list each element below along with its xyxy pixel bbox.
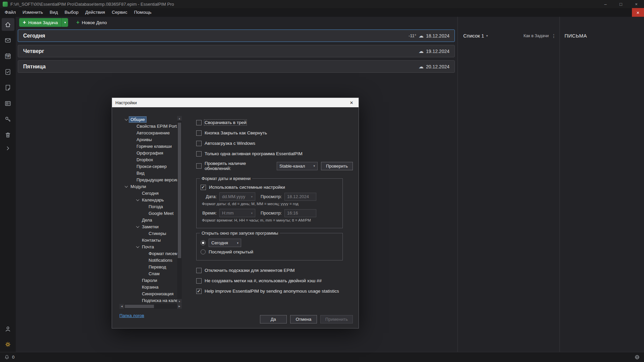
- menubar-close-icon[interactable]: ×: [632, 8, 644, 17]
- list-title[interactable]: Список 1: [463, 33, 484, 39]
- scrollbar-thumb[interactable]: [125, 305, 154, 308]
- scroll-down-icon[interactable]: ▼: [177, 299, 182, 304]
- day-row-today[interactable]: Сегодня -11° ☁ 18.12.2024: [18, 29, 455, 42]
- no-hash-tags-checkbox[interactable]: [196, 278, 202, 284]
- tree-item[interactable]: Контакты: [119, 237, 177, 243]
- chevron-down-icon[interactable]: [123, 185, 129, 188]
- tree-item[interactable]: Горячие клавиши: [119, 143, 177, 149]
- tree-item[interactable]: Погода: [119, 203, 177, 210]
- tree-item[interactable]: Google Meet: [119, 210, 177, 217]
- tree-vertical-scrollbar[interactable]: ▲ ▼: [177, 116, 182, 304]
- option-label[interactable]: Кнопка Закрыть как Свернуть: [205, 130, 267, 135]
- option-label[interactable]: Сворачивать в трей: [205, 120, 246, 125]
- logs-folder-link[interactable]: Папка логов: [119, 313, 144, 318]
- option-label[interactable]: Проверять наличие обновлений:: [205, 161, 273, 171]
- sidebar-item-mail[interactable]: [2, 34, 14, 47]
- date-format-select[interactable]: dd.MM.yyyy ▾: [219, 192, 255, 201]
- chevron-down-icon[interactable]: [135, 199, 140, 201]
- option-label[interactable]: Help improve EssentialPIM by sending ano…: [205, 289, 339, 294]
- menu-select[interactable]: Выбор: [61, 8, 82, 17]
- close-icon[interactable]: ×: [629, 0, 644, 8]
- tree-item[interactable]: Прокси-сервер: [119, 163, 177, 170]
- scroll-right-icon[interactable]: ▶: [177, 304, 182, 309]
- new-task-button[interactable]: + Новая Задача ▾: [19, 18, 68, 27]
- time-format-select[interactable]: H:mm ▾: [219, 209, 255, 217]
- new-task-main[interactable]: + Новая Задача: [19, 18, 61, 27]
- tree-item[interactable]: Архивы: [119, 136, 177, 143]
- tree-item[interactable]: Стикеры: [119, 230, 177, 237]
- option-label[interactable]: Автозагрузка с Windows: [205, 141, 255, 146]
- tree-item[interactable]: Сегодня: [119, 190, 177, 196]
- sidebar-item-passwords[interactable]: [2, 113, 14, 125]
- sidebar-item-tasks[interactable]: [2, 65, 14, 78]
- tree-item[interactable]: Общие: [119, 116, 177, 123]
- day-row-friday[interactable]: Пятница ☁ 20.12.2024: [18, 60, 455, 73]
- option-label[interactable]: Только одна активная программа Essential…: [205, 151, 303, 156]
- sidebar-item-trash[interactable]: [2, 128, 14, 141]
- startup-last-radio[interactable]: [201, 249, 206, 254]
- tree-item[interactable]: Корзина: [119, 284, 177, 290]
- tree-horizontal-scrollbar[interactable]: ◀ ▶: [119, 304, 182, 309]
- tree-item[interactable]: Дела: [119, 217, 177, 223]
- scrollbar-track[interactable]: [177, 121, 182, 299]
- chevron-down-icon[interactable]: [123, 118, 129, 121]
- scrollbar-track[interactable]: [124, 304, 177, 309]
- sidebar-item-calendar[interactable]: 18: [2, 50, 14, 62]
- tree-item[interactable]: Перевод: [119, 263, 177, 270]
- tree-item[interactable]: Автосохранение: [119, 129, 177, 136]
- tree-item[interactable]: Почта: [119, 243, 177, 250]
- view-mode-label[interactable]: Как в Задачи: [524, 34, 549, 38]
- day-row-thursday[interactable]: Четверг ☁ 19.12.2024: [18, 45, 455, 57]
- tree-item[interactable]: Орфография: [119, 149, 177, 156]
- usage-stats-checkbox[interactable]: [196, 289, 202, 294]
- sidebar-item-notes[interactable]: [2, 81, 14, 94]
- menu-service[interactable]: Сервис: [108, 8, 130, 17]
- check-updates-button[interactable]: Проверить: [321, 162, 353, 170]
- ok-button[interactable]: Да: [260, 315, 287, 323]
- close-as-minimize-checkbox[interactable]: [196, 130, 202, 136]
- option-label[interactable]: Использовать системные настройки: [209, 185, 285, 190]
- autostart-checkbox[interactable]: [196, 141, 202, 146]
- dialog-close-icon[interactable]: ×: [348, 100, 355, 106]
- chevron-down-icon[interactable]: [135, 246, 140, 248]
- tree-item[interactable]: Формат писем: [119, 250, 177, 257]
- tree-item[interactable]: Синхронизация: [119, 290, 177, 297]
- apply-button[interactable]: Применить: [320, 315, 353, 323]
- tree-item[interactable]: Notifications: [119, 257, 177, 263]
- menu-actions[interactable]: Действия: [82, 8, 108, 17]
- tree-item[interactable]: Календарь: [119, 196, 177, 203]
- dialog-titlebar[interactable]: Настройки ×: [112, 98, 359, 107]
- startup-module-radio[interactable]: [201, 240, 206, 245]
- tree-item[interactable]: Подписка на календарь: [119, 297, 177, 304]
- startup-module-select[interactable]: Сегодня ▾: [209, 239, 241, 247]
- new-item-button[interactable]: + Новое Дело: [73, 20, 109, 25]
- menu-edit[interactable]: Изменить: [19, 8, 46, 17]
- menu-file[interactable]: Файл: [1, 8, 19, 17]
- date-preview-field[interactable]: 18.12.2024: [284, 193, 316, 201]
- time-preview-field[interactable]: 16:16: [284, 209, 316, 217]
- tree-item[interactable]: Заметки: [119, 223, 177, 230]
- tree-item[interactable]: Свойства EPIM Portable: [119, 123, 177, 129]
- minimize-icon[interactable]: –: [598, 0, 613, 8]
- sidebar-item-contacts[interactable]: [2, 97, 14, 110]
- tree-item[interactable]: Dropbox: [119, 156, 177, 163]
- use-system-settings-checkbox[interactable]: [201, 185, 206, 190]
- option-label[interactable]: Не создавать метки на #, использовать дв…: [205, 278, 322, 283]
- menu-view[interactable]: Вид: [46, 8, 61, 17]
- minimize-to-tray-checkbox[interactable]: [196, 120, 202, 125]
- option-label[interactable]: Последний открытый: [209, 249, 253, 254]
- tree-item[interactable]: Предыдущие версии: [119, 176, 177, 183]
- scroll-up-icon[interactable]: ▲: [177, 116, 182, 121]
- network-globe-button[interactable]: [634, 354, 640, 360]
- notifications-bell-button[interactable]: [4, 354, 10, 360]
- user-profile-button[interactable]: [2, 322, 14, 335]
- chevron-down-icon[interactable]: [135, 226, 140, 228]
- single-instance-checkbox[interactable]: [196, 151, 202, 157]
- menu-help[interactable]: Помощь: [130, 8, 155, 17]
- new-task-dropdown[interactable]: ▾: [61, 18, 68, 27]
- tree-item[interactable]: Модули: [119, 183, 177, 190]
- disable-tooltips-checkbox[interactable]: [196, 268, 202, 273]
- tree-item[interactable]: Спам: [119, 270, 177, 277]
- kebab-menu-icon[interactable]: ⋮: [551, 33, 556, 39]
- chevron-down-icon[interactable]: ▾: [486, 34, 488, 38]
